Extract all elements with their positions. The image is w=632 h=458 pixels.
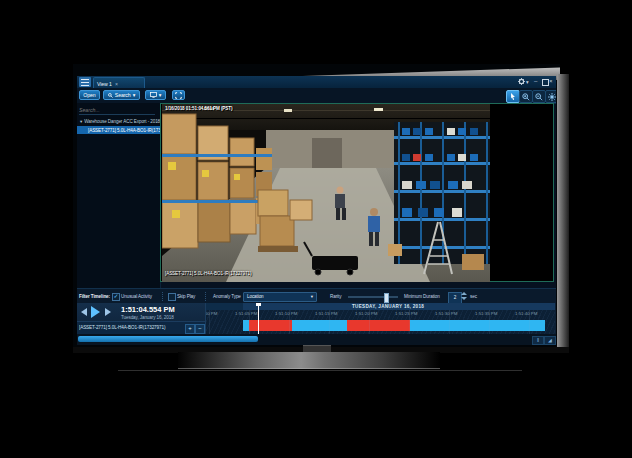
play-button[interactable]: [91, 306, 100, 318]
cursor-icon: [510, 93, 516, 100]
separator: [205, 292, 206, 301]
anomaly-type-dropdown[interactable]: Location ▾: [243, 292, 317, 302]
rarity-slider[interactable]: [348, 296, 398, 298]
timeline-camera-row[interactable]: [ASSET-2771] 5.0L-H4A-BO1-IR(17327971) +…: [77, 321, 205, 335]
playback-date: Tuesday, January 16, 2018: [121, 315, 174, 320]
warehouse-video: [162, 104, 490, 282]
timeline-section: TUESDAY, JANUARY 16, 2018 1:51:00 PM1:51…: [77, 303, 556, 334]
anomaly-type-label: Anomaly Type: [213, 294, 241, 299]
toolbar: Open Search ▾ ▾: [77, 88, 556, 104]
step-forward-button[interactable]: [105, 308, 111, 316]
tick-label: 1:51:05 PM: [235, 311, 269, 316]
title-bar: View 1 × ▾ – ×: [77, 76, 556, 88]
timeline-pages-button[interactable]: ‖: [532, 336, 544, 345]
zoom-out-icon: [535, 93, 543, 101]
tab-close-icon[interactable]: ×: [115, 81, 118, 87]
gear-icon: [548, 93, 556, 101]
activity-segment-normal-motion[interactable]: [292, 320, 347, 331]
monitor-icon: [150, 92, 157, 98]
settings-gear-icon[interactable]: [518, 78, 525, 85]
tab-label: View 1: [97, 81, 112, 87]
skip-play-label: Skip Play: [177, 294, 195, 299]
tree-expand-icon[interactable]: ▾: [80, 119, 82, 124]
minimum-duration-stepper[interactable]: [461, 292, 467, 302]
timeline-scrollbar: ‖ ◢: [77, 334, 556, 345]
minimum-duration-label: Minimum Duration: [404, 294, 440, 299]
fullscreen-button[interactable]: [172, 90, 185, 100]
tick-label: 1:51:40 PM: [515, 311, 549, 316]
zoom-in-tool-button[interactable]: [519, 90, 533, 103]
activity-segment-normal-motion[interactable]: [410, 320, 545, 331]
select-tool-button[interactable]: [506, 90, 520, 103]
layout-button[interactable]: ▾: [145, 90, 166, 100]
tree-item-camera[interactable]: [ASSET-2771] 5.0L-H4A-BO1-IR(17327971): [77, 126, 169, 134]
monitor-stand-base: [178, 352, 440, 369]
zoom-in-icon: [522, 93, 530, 101]
tree-item-site[interactable]: ▾ Warehouse Danger ACC Export - 2018-01: [77, 117, 163, 125]
sidebar-search-input[interactable]: [79, 106, 155, 115]
acc-player-window: View 1 × ▾ – × Open Search ▾ ▾: [77, 76, 556, 345]
step-back-button[interactable]: [81, 308, 87, 316]
timeline-ruler[interactable]: TUESDAY, JANUARY 16, 2018 1:51:00 PM1:51…: [201, 303, 555, 334]
close-button[interactable]: ×: [549, 77, 553, 86]
playhead[interactable]: [258, 303, 259, 334]
timeline-date-band: TUESDAY, JANUARY 16, 2018: [201, 303, 555, 310]
sidebar: ▾ Warehouse Danger ACC Export - 2018-01 …: [77, 103, 161, 288]
tick-label: 1:51:10 PM: [275, 311, 309, 316]
tick-label: 1:51:25 PM: [395, 311, 429, 316]
expand-icon: [175, 92, 182, 99]
tick-label: 1:51:30 PM: [435, 311, 469, 316]
playback-time: 1:51:04.554 PM: [121, 305, 175, 314]
rarity-label: Rarity: [330, 294, 341, 299]
menu-icon[interactable]: [79, 77, 91, 87]
timeline-left-panel: 1:51:04.554 PM Tuesday, January 16, 2018…: [77, 303, 206, 334]
row-zoom-out-button[interactable]: −: [195, 324, 205, 334]
timeline-date-header: TUESDAY, JANUARY 16, 2018: [352, 304, 424, 309]
minimize-button[interactable]: –: [534, 77, 537, 86]
monitor-scene: View 1 × ▾ – × Open Search ▾ ▾: [0, 0, 632, 458]
playhead-cap: [256, 303, 261, 306]
open-button[interactable]: Open: [79, 90, 100, 100]
video-camera-label: [ASSET-2771] 5.0L-H4A-BO1-IR(17327971): [165, 271, 251, 276]
stand-reflection: [118, 370, 522, 371]
search-icon: [108, 93, 113, 98]
restore-button[interactable]: [542, 79, 549, 86]
settings-caret-icon[interactable]: ▾: [526, 78, 529, 87]
minimum-duration-input[interactable]: 2: [448, 292, 462, 304]
zoom-out-tool-button[interactable]: [532, 90, 546, 103]
tick-label: 1:51:15 PM: [315, 311, 349, 316]
activity-segment-unusual-activity[interactable]: [347, 320, 410, 331]
unusual-activity-label: Unusual Activity: [121, 294, 152, 299]
tick-label: 1:51:20 PM: [355, 311, 389, 316]
row-zoom-in-button[interactable]: +: [185, 324, 195, 334]
right-racks: [394, 122, 490, 264]
unusual-activity-checkbox[interactable]: ✓: [112, 293, 120, 301]
skip-play-checkbox[interactable]: [168, 293, 176, 301]
activity-segment-unusual-activity[interactable]: [249, 320, 292, 331]
camera-row-label: [ASSET-2771] 5.0L-H4A-BO1-IR(17327971): [79, 325, 183, 330]
video-timestamp-overlay: 1/16/2018 01:51:04.561 PM (PST): [165, 106, 232, 111]
timeline-resize-handle[interactable]: ◢: [544, 336, 556, 345]
pan-tool-button[interactable]: [545, 90, 556, 103]
chevron-down-icon: ▾: [311, 294, 313, 299]
filter-title: Filter Timeline:: [79, 294, 110, 299]
search-button[interactable]: Search ▾: [103, 90, 140, 100]
separator: [162, 292, 163, 301]
scrollbar-thumb[interactable]: [78, 336, 258, 342]
tick-label: 1:51:35 PM: [475, 311, 509, 316]
camera-video-panel[interactable]: 1/16/2018 01:51:04.561 PM (PST) [ASSET-2…: [160, 103, 554, 282]
rarity-slider-thumb[interactable]: [384, 293, 389, 303]
monitor-right-edge: [557, 74, 569, 350]
minimum-duration-unit: sec: [470, 294, 477, 299]
